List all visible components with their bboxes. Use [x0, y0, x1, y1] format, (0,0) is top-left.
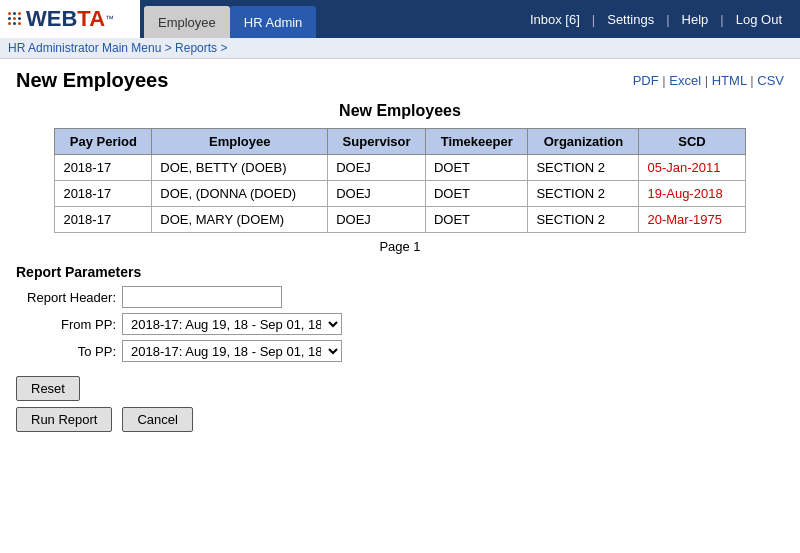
- col-pay-period: Pay Period: [55, 129, 152, 155]
- page-title: New Employees: [16, 69, 168, 92]
- breadcrumb-reports[interactable]: Reports: [175, 41, 217, 55]
- export-html[interactable]: HTML: [712, 73, 747, 88]
- export-links: PDF | Excel | HTML | CSV: [633, 73, 784, 88]
- to-pp-select[interactable]: 2018-17: Aug 19, 18 - Sep 01, 18: [122, 340, 342, 362]
- logo-tm: ™: [105, 14, 114, 24]
- cell-scd: 05-Jan-2011: [639, 155, 745, 181]
- top-nav: WEBTA™ Employee HR Admin Inbox [6] | Set…: [0, 0, 800, 38]
- to-pp-label: To PP:: [16, 344, 116, 359]
- nav-tab-employee[interactable]: Employee: [144, 6, 230, 38]
- nav-logout[interactable]: Log Out: [730, 12, 788, 27]
- cell-employee: DOE, (DONNA (DOED): [152, 181, 328, 207]
- cell-organization: SECTION 2: [528, 181, 639, 207]
- report-title: New Employees: [16, 102, 784, 120]
- breadcrumb: HR Administrator Main Menu > Reports >: [0, 38, 800, 59]
- report-params-title: Report Parameters: [16, 264, 784, 280]
- cell-timekeeper: DOET: [425, 181, 527, 207]
- reset-button[interactable]: Reset: [16, 376, 80, 401]
- nav-help[interactable]: Help: [676, 12, 715, 27]
- scd-link[interactable]: 19-Aug-2018: [647, 186, 722, 201]
- table-row: 2018-17DOE, BETTY (DOEB)DOEJDOETSECTION …: [55, 155, 745, 181]
- cancel-button[interactable]: Cancel: [122, 407, 192, 432]
- main-content: New Employees PDF | Excel | HTML | CSV N…: [0, 59, 800, 442]
- col-employee: Employee: [152, 129, 328, 155]
- header-row: Report Header:: [16, 286, 784, 308]
- col-scd: SCD: [639, 129, 745, 155]
- col-timekeeper: Timekeeper: [425, 129, 527, 155]
- cell-pay_period: 2018-17: [55, 181, 152, 207]
- export-csv[interactable]: CSV: [757, 73, 784, 88]
- export-pdf[interactable]: PDF: [633, 73, 659, 88]
- report-params: Report Parameters Report Header: From PP…: [16, 264, 784, 362]
- cell-organization: SECTION 2: [528, 207, 639, 233]
- button-area: Reset Run Report Cancel: [16, 376, 784, 432]
- scd-link[interactable]: 20-Mar-1975: [647, 212, 721, 227]
- cell-timekeeper: DOET: [425, 207, 527, 233]
- cell-supervisor: DOEJ: [328, 155, 426, 181]
- cell-supervisor: DOEJ: [328, 207, 426, 233]
- from-pp-select[interactable]: 2018-17: Aug 19, 18 - Sep 01, 18: [122, 313, 342, 335]
- cell-scd: 19-Aug-2018: [639, 181, 745, 207]
- cell-pay_period: 2018-17: [55, 207, 152, 233]
- header-label: Report Header:: [16, 290, 116, 305]
- col-organization: Organization: [528, 129, 639, 155]
- nav-settings[interactable]: Settings: [601, 12, 660, 27]
- cell-scd: 20-Mar-1975: [639, 207, 745, 233]
- table-row: 2018-17DOE, MARY (DOEM)DOEJDOETSECTION 2…: [55, 207, 745, 233]
- report-table: Pay Period Employee Supervisor Timekeepe…: [54, 128, 745, 233]
- cell-pay_period: 2018-17: [55, 155, 152, 181]
- cell-organization: SECTION 2: [528, 155, 639, 181]
- report-header-input[interactable]: [122, 286, 282, 308]
- cell-employee: DOE, BETTY (DOEB): [152, 155, 328, 181]
- from-pp-row: From PP: 2018-17: Aug 19, 18 - Sep 01, 1…: [16, 313, 784, 335]
- breadcrumb-main-menu[interactable]: HR Administrator Main Menu: [8, 41, 161, 55]
- scd-link[interactable]: 05-Jan-2011: [647, 160, 720, 175]
- col-supervisor: Supervisor: [328, 129, 426, 155]
- from-pp-label: From PP:: [16, 317, 116, 332]
- logo-ta-text: TA: [77, 6, 105, 32]
- logo-web-text: WEB: [26, 6, 77, 32]
- nav-tab-hradmin[interactable]: HR Admin: [230, 6, 317, 38]
- page-indicator: Page 1: [16, 239, 784, 254]
- nav-inbox[interactable]: Inbox [6]: [524, 12, 586, 27]
- report-tbody: 2018-17DOE, BETTY (DOEB)DOEJDOETSECTION …: [55, 155, 745, 233]
- table-row: 2018-17DOE, (DONNA (DOED)DOEJDOETSECTION…: [55, 181, 745, 207]
- nav-tabs: Employee HR Admin: [140, 0, 316, 38]
- logo-area: WEBTA™: [0, 0, 140, 38]
- report-area: New Employees Pay Period Employee Superv…: [16, 102, 784, 254]
- export-excel[interactable]: Excel: [669, 73, 701, 88]
- to-pp-row: To PP: 2018-17: Aug 19, 18 - Sep 01, 18: [16, 340, 784, 362]
- run-report-button[interactable]: Run Report: [16, 407, 112, 432]
- cell-supervisor: DOEJ: [328, 181, 426, 207]
- nav-right: Inbox [6] | Settings | Help | Log Out: [524, 0, 800, 38]
- cell-timekeeper: DOET: [425, 155, 527, 181]
- logo-dots: [8, 12, 22, 26]
- page-header-row: New Employees PDF | Excel | HTML | CSV: [16, 69, 784, 92]
- cell-employee: DOE, MARY (DOEM): [152, 207, 328, 233]
